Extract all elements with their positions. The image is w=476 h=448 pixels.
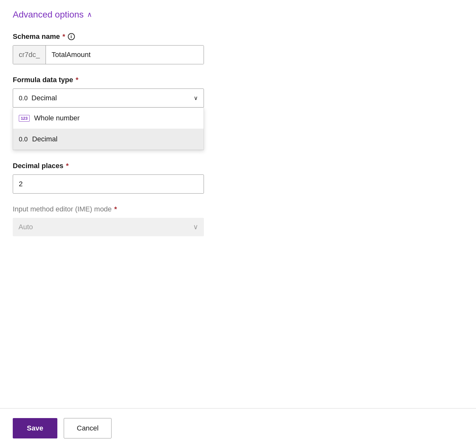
decimal-label: Decimal (32, 135, 57, 143)
advanced-options-title[interactable]: Advanced options (13, 10, 84, 20)
ime-mode-chevron-icon: ∨ (193, 223, 198, 231)
formula-data-type-section: Formula data type * 0.0 Decimal ∨ 123 Wh… (13, 76, 463, 108)
formula-type-chevron-icon: ∨ (194, 95, 198, 102)
schema-name-input[interactable] (46, 46, 204, 64)
decimal-places-required: * (66, 162, 69, 170)
whole-number-icon: 123 (19, 115, 30, 122)
dropdown-item-decimal[interactable]: 0.0 Decimal (13, 129, 204, 150)
chevron-up-icon[interactable]: ∧ (87, 11, 92, 19)
formula-data-type-required: * (76, 76, 78, 84)
save-button[interactable]: Save (13, 418, 57, 438)
formula-data-type-menu: 123 Whole number 0.0 Decimal (13, 108, 204, 150)
ime-mode-required: * (114, 205, 117, 213)
ime-mode-section: Input method editor (IME) mode * Auto ∨ (13, 205, 463, 236)
ime-mode-label: Input method editor (IME) mode * (13, 205, 463, 213)
schema-name-label: Schema name * i (13, 32, 463, 41)
schema-prefix: cr7dc_ (13, 46, 46, 64)
decimal-places-input[interactable] (13, 174, 204, 194)
advanced-options-header[interactable]: Advanced options ∧ (13, 10, 463, 20)
schema-name-info-icon[interactable]: i (68, 33, 75, 40)
schema-name-field: cr7dc_ (13, 45, 204, 64)
schema-name-section: Schema name * i cr7dc_ (13, 32, 463, 64)
decimal-places-section: Decimal places * (13, 162, 463, 194)
whole-number-label: Whole number (34, 114, 80, 122)
ime-mode-dropdown[interactable]: Auto ∨ (13, 218, 204, 236)
decimal-places-label: Decimal places * (13, 162, 463, 170)
ime-mode-selected: Auto (18, 223, 33, 231)
dropdown-item-whole-number[interactable]: 123 Whole number (13, 108, 204, 129)
footer: Save Cancel (0, 408, 476, 448)
schema-name-required: * (62, 32, 65, 41)
selected-decimal-label: Decimal (32, 94, 57, 102)
selected-decimal-icon: 0.0 (19, 95, 28, 102)
cancel-button[interactable]: Cancel (64, 418, 112, 438)
decimal-option-icon: 0.0 (19, 136, 28, 143)
formula-data-type-label: Formula data type * (13, 76, 463, 84)
formula-data-type-dropdown-container: 0.0 Decimal ∨ 123 Whole number 0.0 Decim… (13, 89, 204, 108)
formula-data-type-dropdown[interactable]: 0.0 Decimal ∨ (13, 89, 204, 108)
